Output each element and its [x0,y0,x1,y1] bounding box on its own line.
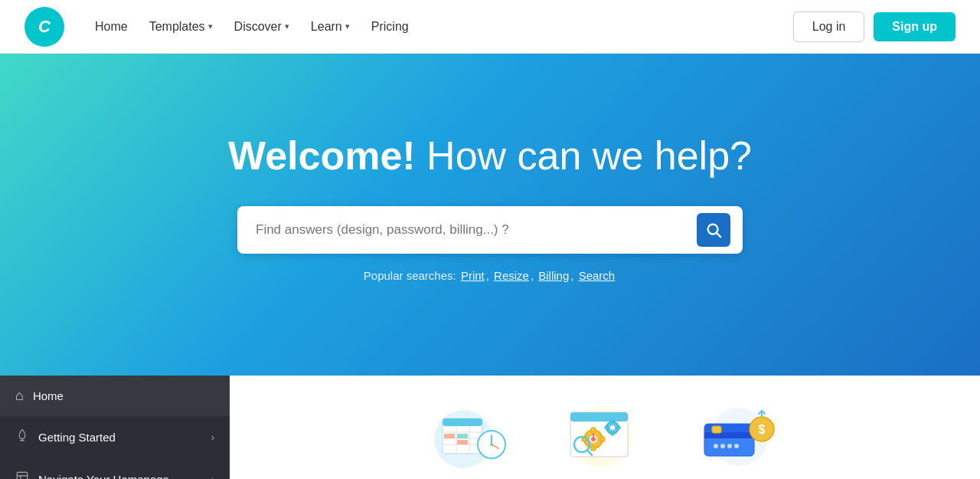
svg-rect-26 [591,446,596,451]
svg-point-45 [727,444,732,448]
nav-home[interactable]: Home [86,14,137,40]
sidebar-item-getting-started[interactable]: Getting Started › [0,416,230,458]
svg-rect-33 [617,426,620,429]
nav-discover[interactable]: Discover ▾ [225,14,299,40]
search-icon [705,221,722,238]
nav-auth: Log in Sign up [793,11,956,42]
popular-link-search[interactable]: Search [579,269,616,282]
svg-point-30 [610,425,615,430]
hero-title-light: How can we help? [416,133,752,178]
sidebar: ⌂ Home Getting Started › N [0,376,230,479]
popular-label: Popular searches: [364,269,456,282]
illustration-3: $ [685,393,785,477]
chevron-right-icon: › [211,474,214,479]
content-area: $ [230,376,980,479]
svg-rect-14 [457,434,468,438]
svg-point-46 [734,444,739,448]
search-input[interactable] [256,222,697,238]
chevron-down-icon: ▾ [285,21,289,31]
popular-link-print[interactable]: Print [461,269,485,282]
illustration-billing: $ [689,397,781,474]
chevron-right-icon: › [211,431,214,443]
search-bar [237,206,743,254]
sidebar-home-label: Home [33,389,64,402]
nav-pricing[interactable]: Pricing [362,14,418,40]
search-button[interactable] [697,213,730,247]
sidebar-item-navigate-homepage[interactable]: Navigate Your Homepage › [0,458,230,479]
svg-rect-32 [611,432,614,435]
nav-home-label: Home [95,20,128,34]
illustration-calendar [429,397,521,474]
nav-pricing-label: Pricing [371,20,409,34]
svg-rect-25 [591,428,596,432]
svg-rect-13 [444,434,455,438]
svg-text:$: $ [759,423,766,436]
hero-title-bold: Welcome! [228,133,416,178]
popular-searches: Popular searches: Print, Resize, Billing… [364,269,616,282]
nav-templates[interactable]: Templates ▾ [140,14,222,40]
sidebar-item-home[interactable]: ⌂ Home [0,376,230,416]
svg-point-44 [720,444,725,448]
svg-rect-31 [611,420,614,423]
chevron-down-icon: ▾ [208,21,213,31]
svg-rect-47 [712,426,721,433]
sidebar-navigate-label: Navigate Your Homepage [38,473,169,479]
navbar: C Home Templates ▾ Discover ▾ Learn ▾ Pr… [0,0,980,54]
nav-learn[interactable]: Learn ▾ [302,14,359,40]
signup-button[interactable]: Sign up [874,12,956,41]
sidebar-getting-started-label: Getting Started [38,431,116,444]
svg-rect-7 [443,418,482,426]
svg-rect-38 [593,433,594,437]
home-outline-icon [15,471,29,479]
nav-learn-label: Learn [311,20,342,34]
svg-point-43 [714,444,718,448]
svg-rect-15 [457,440,468,445]
illustration-2 [555,393,655,477]
svg-rect-27 [600,437,605,441]
illustration-settings [559,397,651,474]
rocket-icon [15,428,29,446]
nav-links: Home Templates ▾ Discover ▾ Learn ▾ Pric… [86,14,793,40]
hero-title: Welcome! How can we help? [228,133,752,179]
logo[interactable]: C [24,7,64,47]
svg-point-37 [591,437,596,441]
svg-rect-34 [605,426,608,429]
home-icon: ⌂ [15,388,24,404]
popular-link-resize[interactable]: Resize [494,269,529,282]
popular-link-billing[interactable]: Billing [538,269,569,282]
login-button[interactable]: Log in [793,11,865,42]
illustration-1 [425,393,524,477]
svg-rect-42 [704,432,754,438]
logo-text: C [38,17,51,37]
chevron-down-icon: ▾ [345,21,350,31]
nav-templates-label: Templates [149,20,205,34]
svg-line-1 [717,233,720,237]
svg-rect-22 [570,412,628,422]
bottom-panel: ⌂ Home Getting Started › N [0,376,980,479]
nav-discover-label: Discover [234,20,282,34]
hero-section: Welcome! How can we help? Popular search… [0,54,980,376]
